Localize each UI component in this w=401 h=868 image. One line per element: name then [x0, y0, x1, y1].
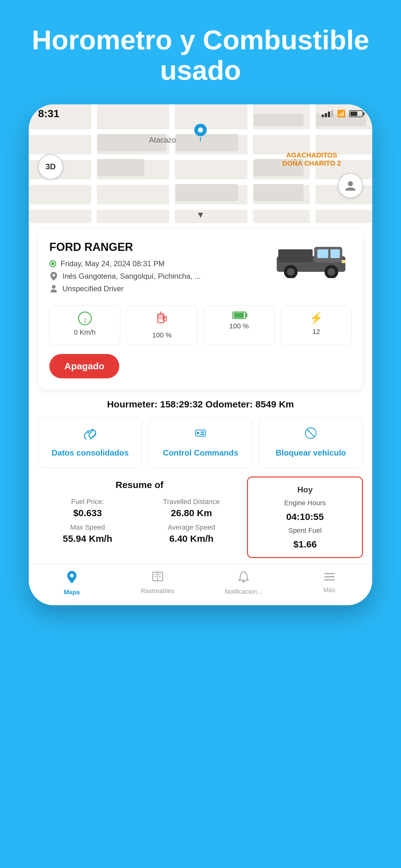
- speed-value: 0 Km/h: [74, 329, 96, 337]
- vehicle-driver: Unspecified Driver: [63, 284, 124, 293]
- vehicle-card: FORD RANGER Friday, May 24, 2024 08:31 P…: [38, 229, 363, 390]
- vehicle-date-row: Friday, May 24, 2024 08:31 PM: [49, 259, 270, 268]
- nav-label-mapa: Mapa: [64, 589, 80, 596]
- resume-title: Resume of: [38, 479, 241, 490]
- resume-max-speed: Max Speed 55.94 Km/h: [38, 523, 137, 544]
- spent-fuel-value: $1.66: [293, 539, 317, 550]
- speedometer-icon: [78, 312, 92, 325]
- phone-frame: 8:31 📶 3D: [29, 104, 372, 606]
- resume-distance: Travelled Distance 26.80 Km: [142, 498, 241, 518]
- status-bar: 8:31 📶: [29, 104, 372, 123]
- engine-hours-label: Engine Hours: [284, 499, 326, 507]
- battery-icon: [349, 110, 363, 117]
- resume-fuel-price: Fuel Price: $0.633: [38, 498, 137, 518]
- map-avatar-button[interactable]: [338, 173, 363, 198]
- bloquear-vehiculo-label: Bloquear vehículo: [276, 448, 346, 458]
- stat-battery: 100 %: [204, 306, 274, 345]
- map-3d-button[interactable]: 3D: [38, 154, 63, 179]
- svg-rect-7: [330, 249, 340, 258]
- hoy-title: Hoy: [297, 485, 312, 495]
- paperclip-icon: [84, 427, 97, 442]
- spent-fuel-label: Spent Fuel: [288, 526, 321, 535]
- status-dot-green: [49, 260, 56, 267]
- stat-fuel: 100 %: [127, 306, 197, 345]
- fuel-value: 100 %: [152, 331, 171, 339]
- svg-point-19: [197, 432, 199, 434]
- svg-point-24: [70, 574, 74, 578]
- menu-icon: [324, 571, 335, 584]
- resume-fuel-price-label: Fuel Price:: [38, 498, 137, 506]
- vehicle-header: FORD RANGER Friday, May 24, 2024 08:31 P…: [49, 241, 352, 297]
- map-label-agachaditos: Fuel Price: AGACHADITOSDOÑA CHARITO 2: [282, 151, 341, 167]
- nav-item-mas[interactable]: Más: [287, 571, 372, 596]
- svg-rect-21: [201, 434, 204, 435]
- map-location-pin: [193, 123, 208, 145]
- svg-rect-8: [278, 249, 312, 262]
- nav-item-rastreables[interactable]: Rastreables: [114, 571, 201, 596]
- location-pin-icon: [49, 272, 58, 281]
- vehicle-name: FORD RANGER: [49, 241, 270, 254]
- svg-rect-13: [342, 260, 345, 263]
- map-label-atacazo: Atacazo: [149, 135, 176, 144]
- engine-hours-value: 04:10:55: [287, 512, 324, 522]
- vehicle-info: FORD RANGER Friday, May 24, 2024 08:31 P…: [49, 241, 270, 297]
- hoy-box: Hoy Engine Hours 04:10:55 Spent Fuel $1.…: [247, 476, 363, 558]
- nav-label-notificaciones: Notificacion...: [225, 588, 262, 595]
- resume-section: Resume of Fuel Price: $0.633 Travelled D…: [38, 476, 363, 558]
- control-commands-button[interactable]: Control Commands: [148, 417, 252, 468]
- hourmeter-text: Hourmeter: 158:29:32 Odometer: 8549 Km: [38, 399, 363, 410]
- svg-point-1: [198, 127, 203, 132]
- hero-title: Horometro y Combustible usado: [0, 25, 401, 86]
- lightning-icon: ⚡: [309, 312, 323, 324]
- bottom-nav: Mapa Rastreables: [29, 564, 372, 605]
- nav-label-rastreables: Rastreables: [141, 587, 174, 595]
- car-control-icon: [194, 427, 207, 442]
- nav-label-mas: Más: [324, 587, 335, 594]
- resume-avg-speed-label: Average Speed: [142, 523, 241, 531]
- resume-distance-value: 26.80 Km: [142, 508, 241, 518]
- nav-item-mapa[interactable]: Mapa: [29, 571, 114, 596]
- battery-stat-icon: [232, 312, 246, 319]
- vehicle-status-button[interactable]: Apagado: [49, 354, 119, 378]
- bell-icon: [238, 571, 249, 586]
- book-open-icon: [152, 571, 163, 585]
- datos-consolidados-label: Datos consolidados: [52, 448, 129, 458]
- nav-item-notificaciones[interactable]: Notificacion...: [201, 571, 287, 596]
- svg-point-2: [348, 181, 353, 186]
- resume-distance-label: Travelled Distance: [142, 498, 241, 506]
- svg-line-23: [307, 429, 314, 437]
- battery-value: 100 %: [229, 322, 248, 330]
- svg-point-3: [52, 285, 56, 289]
- fuel-icon: [157, 312, 168, 328]
- datos-consolidados-button[interactable]: Datos consolidados: [38, 417, 142, 468]
- resume-avg-speed-value: 6.40 Km/h: [142, 533, 241, 544]
- bloquear-vehiculo-button[interactable]: Bloquear vehículo: [259, 417, 363, 468]
- svg-rect-20: [201, 432, 204, 433]
- block-icon: [304, 427, 317, 442]
- vehicle-address-row: Inés Gangotena, Sangolquí, Pichincha, ..…: [49, 272, 270, 281]
- svg-point-12: [328, 268, 335, 276]
- resume-grid: Fuel Price: $0.633 Travelled Distance 26…: [38, 498, 241, 544]
- svg-rect-6: [317, 249, 328, 258]
- lightning-value: 12: [312, 328, 320, 336]
- action-buttons-row: Datos consolidados Control Commands: [38, 417, 363, 468]
- vehicle-stats-row: 0 Km/h 100 %: [49, 306, 352, 345]
- map-pin-icon: [66, 571, 77, 586]
- status-icons: 📶: [322, 110, 363, 118]
- hourmeter-section: Hourmeter: 158:29:32 Odometer: 8549 Km D…: [29, 396, 372, 558]
- vehicle-image: [270, 241, 352, 278]
- stat-speed: 0 Km/h: [49, 306, 120, 345]
- signal-icon: [322, 110, 333, 117]
- wifi-icon: 📶: [337, 110, 345, 118]
- resume-max-speed-value: 55.94 Km/h: [38, 533, 137, 544]
- map-dropdown-arrow[interactable]: ▼: [196, 210, 205, 220]
- resume-max-speed-label: Max Speed: [38, 523, 137, 531]
- svg-point-10: [287, 268, 295, 276]
- resume-avg-speed: Average Speed 6.40 Km/h: [142, 523, 241, 544]
- vehicle-driver-row: Unspecified Driver: [49, 284, 270, 293]
- resume-fuel-price-value: $0.633: [38, 508, 137, 518]
- vehicle-address: Inés Gangotena, Sangolquí, Pichincha, ..…: [63, 272, 201, 281]
- resume-left: Resume of Fuel Price: $0.633 Travelled D…: [38, 476, 241, 558]
- stat-lightning: ⚡ 12: [281, 306, 352, 345]
- driver-icon: [49, 284, 58, 293]
